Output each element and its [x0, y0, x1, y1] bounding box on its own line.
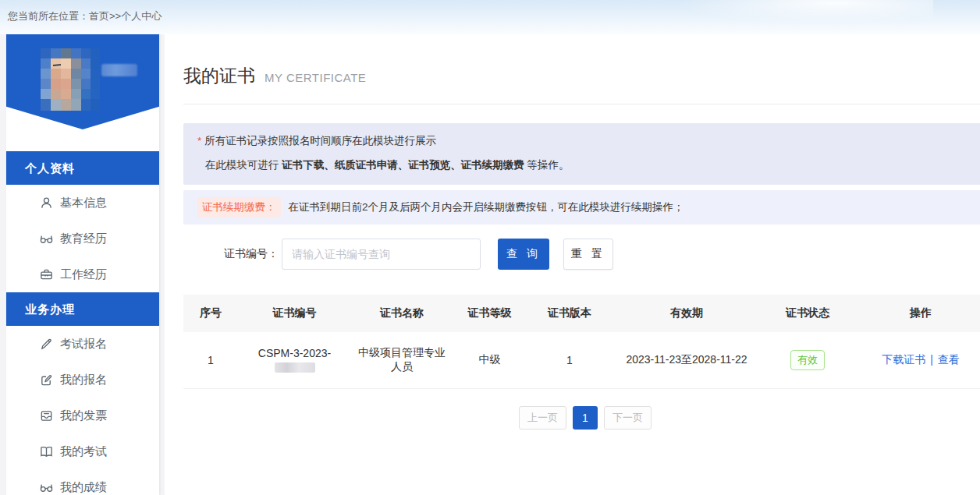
- cell-cert-name: 中级项目管理专业人员: [351, 332, 453, 388]
- sidebar-item-exam-registration[interactable]: 考试报名: [6, 326, 159, 362]
- table-header-row: 序号 证书编号 证书名称 证书等级 证书版本 有效期 证书状态 操作: [183, 295, 980, 332]
- cert-no-input[interactable]: [282, 239, 481, 270]
- page-title-row: 我的证书 MY CERTIFICATE: [183, 64, 980, 104]
- pagination: 上一页 1 下一页: [183, 406, 980, 430]
- renewal-text: 在证书到期日前2个月及后两个月内会开启续期缴费按钮，可在此模块进行续期操作；: [289, 200, 684, 214]
- action-separator: |: [930, 353, 933, 366]
- sidebar-item-label: 工作经历: [60, 267, 107, 282]
- cert-no-label: 证书编号：: [224, 247, 279, 261]
- cell-index: 1: [183, 332, 238, 388]
- notice-box-renewal: 证书续期缴费： 在证书到期日前2个月及后两个月内会开启续期缴费按钮，可在此模块进…: [183, 190, 980, 225]
- status-badge: 有效: [790, 350, 825, 370]
- renewal-badge: 证书续期缴费：: [197, 197, 281, 217]
- sidebar-item-my-exam[interactable]: 我的考试: [6, 433, 159, 469]
- col-index: 序号: [183, 295, 238, 332]
- col-cert-name: 证书名称: [351, 295, 453, 332]
- main-content: 我的证书 MY CERTIFICATE *所有证书记录按照报名时间顺序在此模块进…: [165, 34, 980, 495]
- table-row: 1 CSPM-3-2023- 中级项目管理专业人员 中级 1 2023-11-2…: [183, 332, 980, 388]
- sidebar-item-education[interactable]: 教育经历: [6, 221, 159, 256]
- invoice-icon: [39, 408, 53, 423]
- user-name-masked: [101, 64, 137, 76]
- prev-page-button[interactable]: 上一页: [519, 406, 566, 430]
- sidebar-item-label: 我的成绩: [60, 480, 107, 495]
- col-cert-version: 证书版本: [527, 295, 612, 332]
- search-row: 证书编号： 查 询 重 置: [183, 239, 980, 270]
- certificate-table: 序号 证书编号 证书名称 证书等级 证书版本 有效期 证书状态 操作 1: [183, 295, 980, 389]
- cell-validity: 2023-11-23至2028-11-22: [612, 332, 761, 388]
- col-validity: 有效期: [612, 295, 761, 332]
- sidebar-item-basic-info[interactable]: 基本信息: [6, 185, 159, 221]
- left-rail: 个人资料 基本信息 教育经历 工作: [0, 34, 165, 495]
- avatar: [41, 48, 100, 111]
- sidebar-item-label: 我的发票: [60, 408, 107, 423]
- sidebar-item-label: 考试报名: [60, 337, 107, 352]
- pencil-icon: [39, 337, 53, 351]
- query-button[interactable]: 查 询: [498, 239, 549, 270]
- profile-banner: [6, 34, 159, 129]
- notice-line-2: 在此模块可进行 证书下载、纸质证书申请、证书预览、证书续期缴费 等操作。: [197, 158, 973, 172]
- sidebar-section-personal-info[interactable]: 个人资料: [6, 151, 159, 185]
- sidebar-item-label: 教育经历: [60, 232, 107, 246]
- edit-note-icon: [39, 373, 53, 387]
- required-asterisk: *: [197, 135, 201, 147]
- col-actions: 操作: [854, 295, 980, 332]
- glasses-icon: [39, 480, 53, 494]
- sidebar-item-work-history[interactable]: 工作经历: [6, 256, 159, 292]
- glasses-icon: [39, 232, 53, 246]
- col-cert-level: 证书等级: [453, 295, 527, 332]
- sidebar-item-my-registration[interactable]: 我的报名: [6, 362, 159, 398]
- sidebar-item-label: 我的报名: [60, 373, 107, 387]
- sidebar-item-label: 我的考试: [60, 444, 107, 459]
- sky-decoration: [605, 0, 933, 31]
- cert-no-masked: [275, 362, 315, 373]
- top-breadcrumb-bar: 您当前所在位置：首页>>个人中心: [0, 0, 980, 34]
- cell-cert-no: CSPM-3-2023-: [238, 332, 351, 388]
- sidebar-item-my-invoice[interactable]: 我的发票: [6, 398, 159, 433]
- col-cert-no: 证书编号: [238, 295, 351, 332]
- sidebar-section-business[interactable]: 业务办理: [6, 292, 159, 326]
- col-status: 证书状态: [761, 295, 854, 332]
- sidebar: 个人资料 基本信息 教育经历 工作: [6, 34, 159, 495]
- page-title: 我的证书: [183, 64, 255, 88]
- sidebar-item-my-scores[interactable]: 我的成绩: [6, 469, 159, 495]
- cell-actions: 下载证书|查看: [854, 332, 980, 388]
- reset-button[interactable]: 重 置: [563, 239, 613, 270]
- sidebar-menu: 个人资料 基本信息 教育经历 工作: [6, 151, 159, 495]
- download-certificate-link[interactable]: 下载证书: [882, 353, 925, 366]
- cell-cert-version: 1: [527, 332, 612, 388]
- page-subtitle: MY CERTIFICATE: [265, 71, 366, 84]
- view-certificate-link[interactable]: 查看: [938, 353, 960, 366]
- cell-status: 有效: [761, 332, 854, 388]
- briefcase-icon: [39, 267, 53, 281]
- book-icon: [39, 444, 53, 458]
- user-icon: [39, 196, 53, 210]
- cell-cert-level: 中级: [453, 332, 527, 388]
- notice-box-primary: *所有证书记录按照报名时间顺序在此模块进行展示 在此模块可进行 证书下载、纸质证…: [183, 123, 980, 185]
- notice-line-1: *所有证书记录按照报名时间顺序在此模块进行展示: [197, 134, 973, 148]
- current-page-button[interactable]: 1: [573, 406, 598, 430]
- next-page-button[interactable]: 下一页: [604, 406, 652, 430]
- sidebar-item-label: 基本信息: [60, 196, 107, 210]
